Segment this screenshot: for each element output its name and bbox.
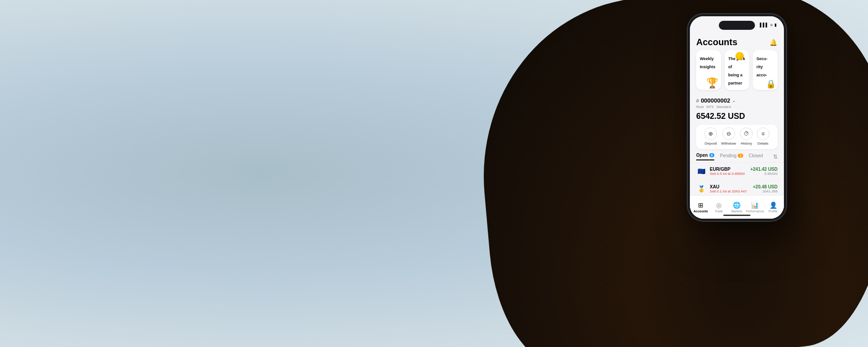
history-button[interactable]: ⏱ History — [740, 127, 753, 145]
eur-gbp-pnl-price: 0.85420 — [750, 172, 778, 176]
app-header: Accounts 🔔 — [690, 33, 784, 50]
weekly-insights-label: WeeklyInsights — [700, 56, 716, 69]
balance-amount: 6542.52 USD — [696, 112, 745, 121]
partner-perk-card[interactable]: The perk ofbeing a partner — [725, 50, 750, 90]
trade-nav-icon: ◎ — [716, 202, 722, 209]
details-label: Details — [757, 141, 768, 145]
action-buttons: ⊕ Deposit ⊖ Withdraw ⏱ History ≡ Details — [696, 125, 778, 149]
accounts-nav-icon: ⊞ — [698, 202, 703, 209]
tab-pending-badge: 3 — [738, 154, 743, 158]
nav-trade[interactable]: ◎ Trade — [710, 202, 728, 213]
account-number: 000000002 — [701, 97, 730, 104]
details-button[interactable]: ≡ Details — [757, 127, 769, 145]
tab-pending-label: Pending — [720, 153, 736, 158]
battery-icon: ▮ — [774, 23, 777, 27]
account-number-row: # 000000002 ⌄ — [696, 97, 778, 104]
nav-markets[interactable]: 🌐 Markets — [728, 202, 746, 213]
profile-nav-icon: 👤 — [769, 202, 777, 209]
xau-pair: XAU — [710, 184, 749, 189]
phone: ▌▌▌ ⌾ ▮ Accounts 🔔 WeeklyInsights 🏆 The … — [687, 14, 787, 221]
account-chevron-icon: ⌄ — [732, 98, 736, 103]
eur-gbp-pair: EUR/GBP — [710, 167, 747, 172]
xau-details: Sell 0.1 lot at 2043.447 — [710, 189, 749, 193]
secure-account-card[interactable]: Secu-rity acco- 🔒 — [753, 50, 778, 90]
trade-nav-label: Trade — [715, 210, 723, 213]
deposit-button[interactable]: ⊕ Deposit — [704, 127, 717, 145]
tab-closed-label: Closed — [749, 153, 763, 158]
tab-open-badge: 8 — [709, 153, 715, 157]
account-tags: Real MT5 Standard — [696, 105, 778, 109]
notification-bell-icon[interactable]: 🔔 — [769, 38, 778, 47]
profile-nav-label: Profile — [769, 210, 778, 213]
partner-perk-label: The perk ofbeing a partner — [728, 56, 745, 85]
xau-pnl-price: 2041.399 — [753, 189, 778, 193]
xau-flag: 🥇 — [696, 184, 706, 194]
details-icon: ≡ — [757, 127, 769, 140]
signal-icon: ▌▌▌ — [760, 23, 769, 27]
app-content: Accounts 🔔 WeeklyInsights 🏆 The perk ofb… — [690, 33, 784, 219]
deposit-icon: ⊕ — [704, 127, 717, 140]
phone-screen: ▌▌▌ ⌾ ▮ Accounts 🔔 WeeklyInsights 🏆 The … — [690, 16, 784, 219]
promo-cards-row: WeeklyInsights 🏆 The perk ofbeing a part… — [690, 50, 784, 94]
nav-performance[interactable]: 📊 Performance — [746, 202, 764, 213]
deposit-label: Deposit — [705, 141, 717, 145]
wifi-icon: ⌾ — [770, 23, 773, 27]
xau-pnl: +20.48 USD 2041.399 — [753, 184, 778, 193]
tab-pending[interactable]: Pending 3 — [720, 153, 743, 160]
account-tag-mt5: MT5 — [706, 105, 713, 109]
status-icons: ▌▌▌ ⌾ ▮ — [760, 23, 777, 27]
history-label: History — [741, 141, 752, 145]
markets-nav-label: Markets — [731, 210, 743, 213]
performance-nav-icon: 📊 — [751, 202, 759, 209]
performance-nav-label: Performance — [746, 210, 764, 213]
eur-gbp-details: Sell 0.5 lot at 0.85800 — [710, 172, 747, 176]
weekly-insights-card[interactable]: WeeklyInsights 🏆 — [696, 50, 721, 90]
eur-gbp-pnl: +241.42 USD 0.85420 — [750, 167, 778, 176]
eur-gbp-info: EUR/GBP Sell 0.5 lot at 0.85800 — [710, 167, 747, 176]
filter-icon[interactable]: ⇅ — [773, 154, 778, 160]
home-indicator — [723, 215, 750, 216]
account-hash: # — [696, 98, 699, 103]
tab-open[interactable]: Open 8 — [696, 153, 714, 160]
dynamic-island — [719, 21, 755, 30]
eur-gbp-pnl-amount: +241.42 USD — [750, 167, 778, 172]
account-tag-standard: Standard — [716, 105, 731, 109]
page-title: Accounts — [696, 37, 737, 47]
insights-icon: 🏆 — [706, 77, 718, 89]
markets-nav-icon: 🌐 — [733, 202, 741, 209]
withdraw-icon: ⊖ — [722, 127, 735, 140]
secure-account-label: Secu-rity acco- — [756, 56, 768, 77]
withdraw-label: Withdraw — [721, 141, 736, 145]
trade-item[interactable]: 🇪🇺 EUR/GBP Sell 0.5 lot at 0.85800 +241.… — [690, 163, 784, 180]
xau-info: XAU Sell 0.1 lot at 2043.447 — [710, 184, 749, 193]
balance-section: 6542.52 USD — [690, 110, 784, 125]
security-icon: 🔒 — [766, 79, 776, 89]
account-selector[interactable]: # 000000002 ⌄ Real MT5 Standard — [690, 94, 784, 110]
tab-closed[interactable]: Closed — [749, 153, 763, 160]
accounts-nav-label: Accounts — [693, 210, 708, 213]
xau-pnl-amount: +20.48 USD — [753, 184, 778, 189]
tab-open-label: Open — [696, 153, 708, 158]
nav-profile[interactable]: 👤 Profile — [764, 202, 782, 213]
trades-tabs: Open 8 Pending 3 Closed ⇅ — [690, 149, 784, 163]
withdraw-button[interactable]: ⊖ Withdraw — [721, 127, 736, 145]
eur-gbp-flag: 🇪🇺 — [696, 166, 706, 176]
history-icon: ⏱ — [740, 127, 753, 140]
account-tag-real: Real — [696, 105, 703, 109]
nav-accounts[interactable]: ⊞ Accounts — [692, 202, 710, 213]
